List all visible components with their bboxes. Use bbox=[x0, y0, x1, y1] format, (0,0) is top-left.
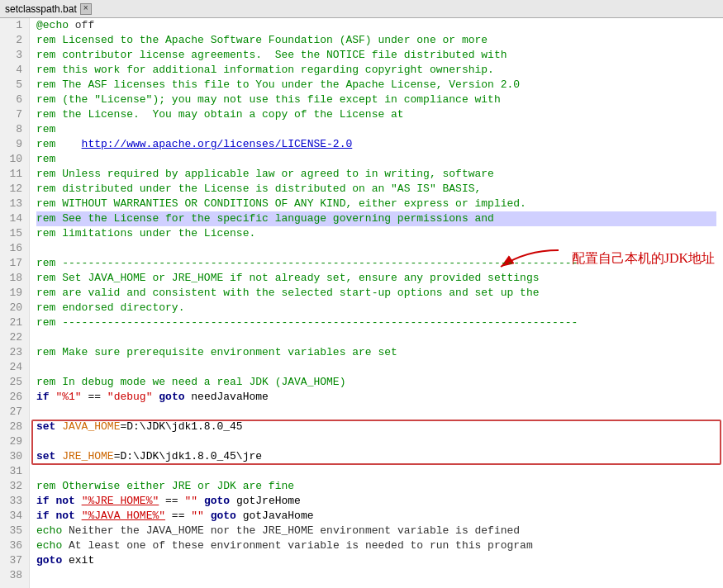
code-line: rem bbox=[36, 152, 716, 167]
code-line: echo Neither the JAVA_HOME nor the JRE_H… bbox=[36, 524, 716, 538]
code-line bbox=[36, 464, 716, 479]
code-line: if not "%JAVA_HOME%" == "" goto gotJavaH… bbox=[36, 509, 716, 524]
title-filename: setclasspath.bat bbox=[5, 3, 77, 15]
code-container: 1234567891011121314151617181920212223242… bbox=[0, 18, 723, 588]
code-line bbox=[36, 360, 716, 375]
code-line: rem this work for additional information… bbox=[36, 63, 716, 78]
code-line: @echo off bbox=[36, 18, 716, 33]
code-line: echo At least one of these environment v… bbox=[36, 538, 716, 553]
close-button[interactable]: × bbox=[80, 3, 92, 15]
code-line: goto exit bbox=[36, 553, 716, 568]
code-line: rem limitations under the License. bbox=[36, 226, 716, 241]
code-line: rem Licensed to the Apache Software Foun… bbox=[36, 33, 716, 48]
code-line: rem Make sure prerequisite environment v… bbox=[36, 345, 716, 360]
code-line bbox=[36, 568, 716, 583]
code-line: rem ------------------------------------… bbox=[36, 256, 716, 271]
code-line: rem distributed under the License is dis… bbox=[36, 182, 716, 197]
code-line: rem bbox=[36, 122, 716, 137]
title-bar: setclasspath.bat × bbox=[0, 0, 723, 18]
code-line: rem Unless required by applicable law or… bbox=[36, 167, 716, 182]
code-line: rem The ASF licenses this file to You un… bbox=[36, 78, 716, 92]
code-line: rem http://www.apache.org/licenses/LICEN… bbox=[36, 137, 716, 152]
code-line: rem contributor license agreements. See … bbox=[36, 48, 716, 63]
code-line: if not "%JRE_HOME%" == "" goto gotJreHom… bbox=[36, 494, 716, 509]
code-line: rem endorsed directory. bbox=[36, 301, 716, 315]
code-line: rem ------------------------------------… bbox=[36, 315, 716, 330]
code-line bbox=[36, 330, 716, 345]
code-line: rem Otherwise either JRE or JDK are fine bbox=[36, 479, 716, 494]
code-line bbox=[36, 405, 716, 420]
line-numbers: 1234567891011121314151617181920212223242… bbox=[0, 18, 30, 588]
code-line: if "%1" == "debug" goto needJavaHome bbox=[36, 390, 716, 405]
code-line: rem In debug mode we need a real JDK (JA… bbox=[36, 375, 716, 390]
code-line: set JRE_HOME=D:\JDK\jdk1.8.0_45\jre bbox=[36, 449, 716, 464]
code-line: rem Set JAVA_HOME or JRE_HOME if not alr… bbox=[36, 271, 716, 286]
code-line: rem are valid and consistent with the se… bbox=[36, 286, 716, 301]
code-line bbox=[36, 241, 716, 256]
code-line: rem See the License for the specific lan… bbox=[36, 211, 716, 226]
code-line: rem the License. You may obtain a copy o… bbox=[36, 107, 716, 122]
code-line: rem WITHOUT WARRANTIES OR CONDITIONS OF … bbox=[36, 197, 716, 211]
code-lines: 配置自己本机的JDK地址 @echo offrem Licensed to th… bbox=[30, 18, 723, 588]
code-line: rem (the "License"); you may not use thi… bbox=[36, 92, 716, 107]
code-line bbox=[36, 434, 716, 449]
code-line: set JAVA_HOME=D:\JDK\jdk1.8.0_45 bbox=[36, 420, 716, 434]
